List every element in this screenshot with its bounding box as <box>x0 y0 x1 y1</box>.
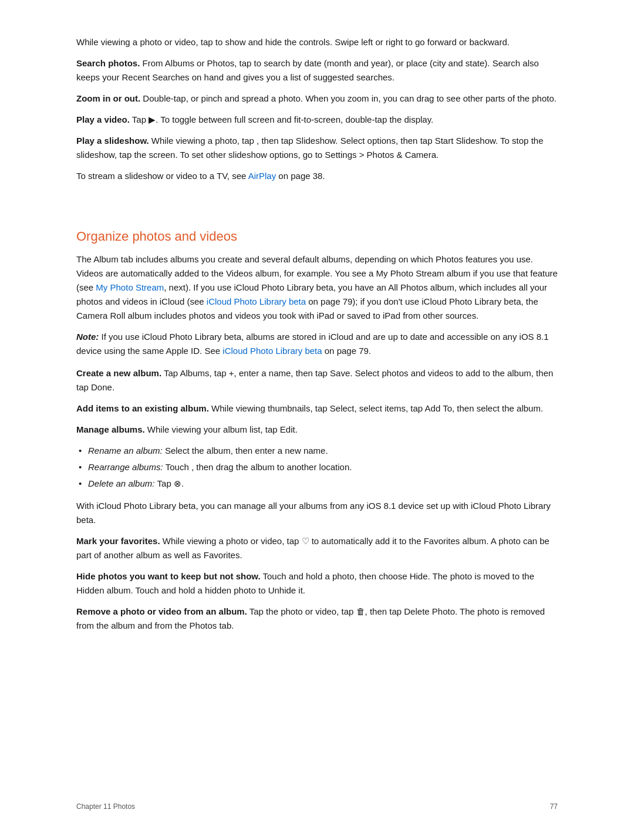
note-paragraph: Note: If you use iCloud Photo Library be… <box>76 330 558 358</box>
page: While viewing a photo or video, tap to s… <box>0 0 634 840</box>
bullet-list: Rename an album: Select the album, then … <box>76 444 558 491</box>
note-icloud-link[interactable]: iCloud Photo Library beta <box>222 346 322 356</box>
zoom-paragraph: Zoom in or out. Double-tap, or pinch and… <box>76 92 558 106</box>
my-photo-stream-link[interactable]: My Photo Stream <box>96 282 164 292</box>
remove-photo-paragraph: Remove a photo or video from an album. T… <box>76 605 558 633</box>
footer-left: Chapter 11 Photos <box>76 802 135 811</box>
list-item: Rearrange albums: Touch , then drag the … <box>76 460 558 474</box>
section-spacer <box>76 190 558 208</box>
manage-albums-paragraph: Manage albums. While viewing your album … <box>76 423 558 437</box>
section-heading: Organize photos and videos <box>76 229 558 244</box>
create-album-term: Create a new album. <box>76 368 161 378</box>
footer: Chapter 11 Photos 77 <box>0 802 634 811</box>
manage-albums-text: While viewing your album list, tap Edit. <box>145 424 298 434</box>
bullet-italic-2: Rearrange albums: <box>88 462 166 472</box>
icloud-library-link[interactable]: iCloud Photo Library beta <box>207 296 306 306</box>
zoom-text: Double-tap, or pinch and spread a photo.… <box>140 93 557 103</box>
create-album-paragraph: Create a new album. Tap Albums, tap +, e… <box>76 366 558 394</box>
play-video-paragraph: Play a video. Tap ▶. To toggle between f… <box>76 113 558 127</box>
play-video-term: Play a video. <box>76 114 130 124</box>
stream-text2: on page 38. <box>276 171 325 181</box>
search-photos-term: Search photos. <box>76 58 140 68</box>
manage-albums-term: Manage albums. <box>76 424 145 434</box>
add-items-paragraph: Add items to an existing album. While vi… <box>76 402 558 416</box>
album-tab-paragraph: The Album tab includes albums you create… <box>76 252 558 323</box>
bullet-text-1: Select the album, then enter a new name. <box>165 446 328 456</box>
bullet-italic-3: Delete an album: <box>88 478 157 488</box>
mark-favorites-term: Mark your favorites. <box>76 536 160 546</box>
stream-text: To stream a slideshow or video to a TV, … <box>76 171 248 181</box>
play-slideshow-term: Play a slideshow. <box>76 136 149 146</box>
bullet-italic-1: Rename an album: <box>88 446 165 456</box>
bullet-text-3: Tap ⊗. <box>157 478 184 488</box>
zoom-term: Zoom in or out. <box>76 93 140 103</box>
note-text2: on page 79. <box>322 346 371 356</box>
list-item: Rename an album: Select the album, then … <box>76 444 558 458</box>
search-photos-paragraph: Search photos. From Albums or Photos, ta… <box>76 56 558 85</box>
bullet-text-2: Touch , then drag the album to another l… <box>166 462 352 472</box>
stream-paragraph: To stream a slideshow or video to a TV, … <box>76 169 558 183</box>
intro-paragraph: While viewing a photo or video, tap to s… <box>76 35 558 49</box>
play-slideshow-paragraph: Play a slideshow. While viewing a photo,… <box>76 134 558 162</box>
search-photos-text: From Albums or Photos, tap to search by … <box>76 58 539 82</box>
mark-favorites-paragraph: Mark your favorites. While viewing a pho… <box>76 534 558 562</box>
play-video-text: Tap ▶. To toggle between full screen and… <box>130 114 433 124</box>
list-item: Delete an album: Tap ⊗. <box>76 477 558 491</box>
airplay-link[interactable]: AirPlay <box>248 171 276 181</box>
note-bold: Note: <box>76 332 102 342</box>
footer-right: 77 <box>550 802 558 811</box>
hide-photos-term: Hide photos you want to keep but not sho… <box>76 571 261 581</box>
content-area: While viewing a photo or video, tap to s… <box>76 35 558 633</box>
icloud-manage-paragraph: With iCloud Photo Library beta, you can … <box>76 499 558 527</box>
add-items-text: While viewing thumbnails, tap Select, se… <box>209 403 543 413</box>
add-items-term: Add items to an existing album. <box>76 403 209 413</box>
remove-photo-term: Remove a photo or video from an album. <box>76 606 247 616</box>
hide-photos-paragraph: Hide photos you want to keep but not sho… <box>76 569 558 598</box>
